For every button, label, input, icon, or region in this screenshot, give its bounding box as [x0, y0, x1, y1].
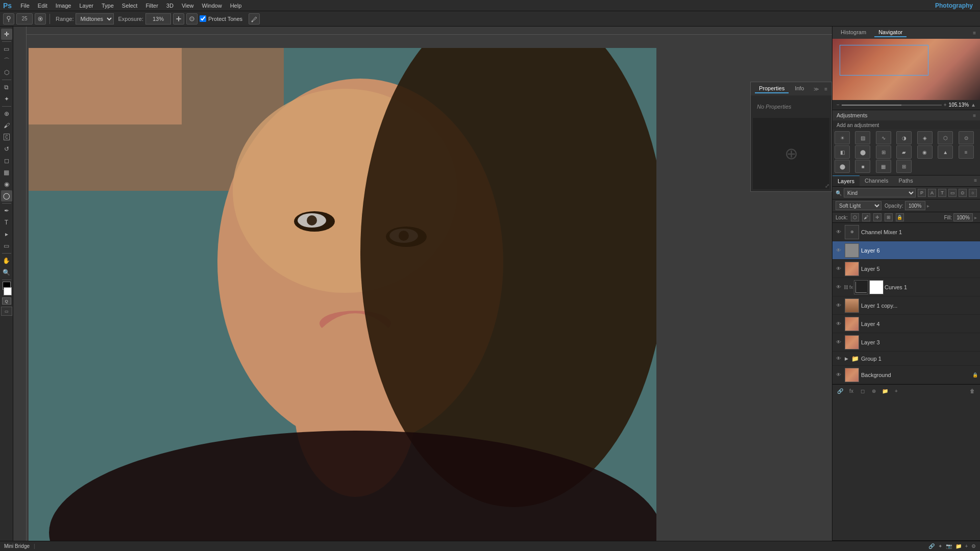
adj-solid-color[interactable]: ■ [855, 160, 870, 173]
properties-expand-icon[interactable]: ≫ [814, 86, 819, 92]
lock-all-icon[interactable]: 🔒 [896, 213, 904, 221]
adjustments-header[interactable]: Adjustments ≡ [832, 110, 980, 120]
layer-eye-background[interactable]: 👁 [835, 371, 843, 379]
tool-zoom[interactable]: 🔍 [1, 267, 12, 278]
filter-shape-icon[interactable]: ▭ [948, 189, 957, 197]
tool-path-select[interactable]: ▸ [1, 229, 12, 240]
properties-tab[interactable]: Properties [755, 84, 789, 93]
layer-row-group-1[interactable]: 👁 ▶ 📁 Group 1 [832, 352, 980, 366]
airbrush-icon[interactable] [186, 13, 198, 24]
canvas-document[interactable] [29, 48, 656, 541]
filter-toggle[interactable]: ○ [969, 189, 977, 197]
adjustments-menu-icon[interactable]: ≡ [973, 113, 976, 118]
brush-size-icon[interactable]: 25 [16, 13, 33, 24]
adj-exposure[interactable]: ◑ [896, 131, 912, 144]
range-select[interactable]: Midtones [76, 13, 114, 24]
layer-row-background[interactable]: 👁 Background 🔒 [832, 366, 980, 384]
add-group-icon[interactable]: 📁 [880, 386, 890, 395]
layer-eye-group-1[interactable]: 👁 [835, 355, 843, 363]
color-swatches[interactable] [2, 282, 12, 295]
lock-artboard-icon[interactable]: ⊞ [885, 213, 893, 221]
adj-color-balance[interactable]: ⊙ [959, 131, 974, 144]
tool-gradient[interactable]: ▦ [1, 167, 12, 178]
layer-row-layer-6[interactable]: 👁 Layer 6 [832, 241, 980, 260]
adj-selective-color[interactable]: ◉ [917, 145, 933, 159]
exposure-input[interactable] [145, 13, 171, 24]
workspace-selector[interactable]: Photography [935, 2, 977, 9]
layer-eye-layer-3[interactable]: 👁 [835, 338, 843, 346]
tool-hand[interactable]: ✋ [1, 255, 12, 266]
tool-lasso[interactable]: ⌒ [1, 55, 12, 66]
paths-tab[interactable]: Paths [894, 176, 918, 186]
layer-row-curves-1[interactable]: 👁 ⛓ fx Curves 1 [832, 278, 980, 296]
filter-adjustment-icon[interactable]: A [928, 189, 936, 197]
menu-type[interactable]: Type [98, 2, 117, 10]
opacity-arrow[interactable]: ▸ [927, 203, 929, 209]
layer-row-layer-5[interactable]: 👁 Layer 5 [832, 260, 980, 278]
group-arrow-icon[interactable]: ▶ [845, 356, 848, 361]
filter-kind-select[interactable]: Kind [844, 188, 916, 197]
tool-eraser[interactable]: ◻ [1, 155, 12, 166]
blend-mode-select[interactable]: Soft Light [836, 201, 881, 210]
exposure-slider-icon[interactable] [173, 13, 184, 24]
layers-tab[interactable]: Layers [832, 176, 860, 186]
layer-eye-layer-1-copy[interactable]: 👁 [835, 302, 843, 310]
tool-brush[interactable]: 🖌 [1, 120, 12, 131]
add-style-icon[interactable]: fx [847, 386, 856, 395]
navigator-tab[interactable]: Navigator [874, 28, 906, 37]
tool-dodge[interactable]: ◯ [1, 190, 12, 202]
adj-pattern[interactable]: ⊞ [896, 160, 912, 173]
tool-pen[interactable]: ✒ [1, 205, 12, 216]
zoom-plus-icon[interactable]: + [944, 102, 947, 108]
zoom-collapse-icon[interactable]: ▲ [971, 102, 976, 108]
tool-type[interactable]: T [1, 217, 12, 228]
lock-position-icon[interactable]: ✛ [873, 213, 881, 221]
zoom-slider[interactable] [842, 105, 942, 106]
menu-file[interactable]: File [17, 2, 33, 10]
mini-bridge-label[interactable]: Mini Bridge [4, 543, 30, 549]
filter-smart-icon[interactable]: ⊙ [959, 189, 967, 197]
layer-row-layer-3[interactable]: 👁 Layer 3 [832, 333, 980, 352]
filter-type-icon[interactable]: T [938, 189, 946, 197]
tool-healing[interactable]: ⊕ [1, 108, 12, 119]
brush-options-icon[interactable] [35, 13, 46, 24]
menu-3d[interactable]: 3D [163, 2, 177, 10]
menu-image[interactable]: Image [52, 2, 75, 10]
navigator-thumbnail[interactable] [832, 39, 980, 100]
menu-help[interactable]: Help [227, 2, 246, 10]
tool-history[interactable]: ↺ [1, 143, 12, 155]
brush-tool-icon[interactable] [249, 13, 260, 24]
tool-quick-select[interactable]: ⬡ [1, 67, 12, 78]
menu-filter[interactable]: Filter [142, 2, 161, 10]
tool-move[interactable]: ✛ [1, 29, 12, 40]
screen-mode-btn[interactable]: ▭ [1, 307, 12, 316]
dodge-tool-icon[interactable] [3, 13, 14, 24]
adj-gradient-map[interactable]: ▰ [896, 145, 912, 159]
protect-tones-checkbox[interactable] [200, 15, 206, 22]
channels-tab[interactable]: Channels [860, 176, 893, 186]
adj-hue-sat[interactable]: ⬡ [938, 131, 953, 144]
background-color[interactable] [4, 287, 12, 295]
layer-row-layer-1-copy[interactable]: 👁 Layer 1 copy... [832, 296, 980, 315]
adj-curves[interactable]: ∿ [876, 131, 891, 144]
adj-brightness[interactable]: ☀ [835, 131, 850, 144]
canvas-area[interactable]: Properties Info ≫ ≡ No Properties ⊕ ⤢ [13, 27, 832, 541]
tool-shape[interactable]: ▭ [1, 240, 12, 252]
properties-expand-btn[interactable]: ⤢ [825, 183, 829, 189]
navigator-menu-icon[interactable]: ≡ [973, 30, 976, 36]
menu-layer[interactable]: Layer [76, 2, 97, 10]
lock-transparent-icon[interactable]: ⬡ [851, 213, 859, 221]
menu-view[interactable]: View [178, 2, 198, 10]
menu-window[interactable]: Window [199, 2, 226, 10]
layer-eye-layer-6[interactable]: 👁 [835, 246, 843, 255]
link-layers-icon[interactable]: 🔗 [836, 386, 845, 395]
info-tab[interactable]: Info [791, 84, 808, 93]
layer-eye-curves-1[interactable]: 👁 [835, 283, 843, 291]
properties-menu-icon[interactable]: ≡ [824, 86, 827, 92]
adj-threshold[interactable]: ▲ [938, 145, 953, 159]
zoom-minus-icon[interactable]: − [837, 102, 840, 108]
navigator-panel-header[interactable]: Histogram Navigator ≡ [832, 27, 980, 39]
histogram-tab[interactable]: Histogram [837, 28, 870, 37]
layer-eye-layer-4[interactable]: 👁 [835, 320, 843, 328]
layer-eye-layer-5[interactable]: 👁 [835, 265, 843, 273]
